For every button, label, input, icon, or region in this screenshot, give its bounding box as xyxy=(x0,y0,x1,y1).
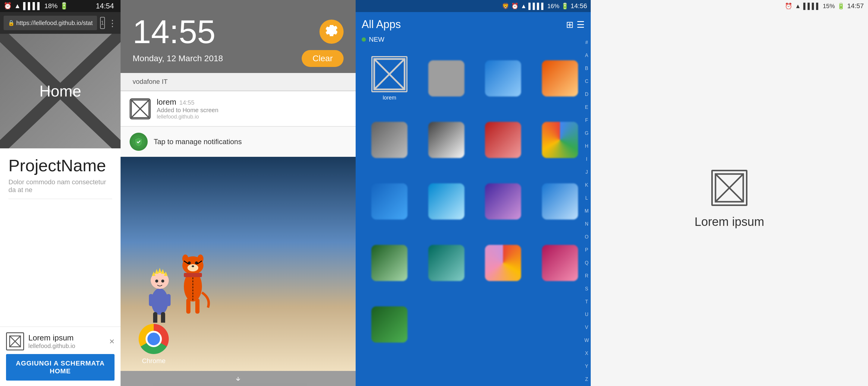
app-item-15[interactable] xyxy=(475,233,531,293)
lorem-status-bar: ⏰ ▲ ▌▌▌▌ 15% 🔋 14:57 xyxy=(591,0,868,12)
alpha-n[interactable]: N xyxy=(585,221,589,227)
app-item-7[interactable] xyxy=(475,110,531,170)
lock-icon: 🔒 xyxy=(8,20,14,26)
alpha-r[interactable]: R xyxy=(585,273,589,279)
app-icon-multi xyxy=(542,122,578,158)
svg-rect-33 xyxy=(153,312,157,323)
add-to-home-screen-button[interactable]: AGGIUNGI A SCHERMATA HOME xyxy=(6,354,115,381)
settings-button[interactable] xyxy=(319,20,344,44)
svg-marker-26 xyxy=(158,268,161,273)
app-icon-green2 xyxy=(371,306,407,343)
panel-browser: ⏰ ▲ ▌▌▌▌ 18% 🔋 14:54 🔒 https://lellefood… xyxy=(0,0,121,386)
alpha-a[interactable]: A xyxy=(585,53,588,58)
alpha-p[interactable]: P xyxy=(585,247,588,253)
alpha-w[interactable]: W xyxy=(584,338,589,343)
app-item-14[interactable] xyxy=(418,233,474,293)
battery-icon3: 🔋 xyxy=(837,2,845,10)
app-icon-pink xyxy=(542,245,578,281)
alpha-q[interactable]: Q xyxy=(585,260,588,266)
app-item-6[interactable] xyxy=(418,110,474,170)
alpha-s[interactable]: S xyxy=(585,286,588,292)
alpha-h[interactable]: H xyxy=(585,144,589,149)
app-item-9[interactable] xyxy=(362,171,417,232)
app-item-5[interactable] xyxy=(362,110,417,170)
app-item-3[interactable] xyxy=(475,48,531,109)
alpha-o[interactable]: O xyxy=(585,234,588,240)
svg-rect-34 xyxy=(161,312,165,323)
alpha-j[interactable]: J xyxy=(585,170,588,175)
browser-hero-image: Home xyxy=(0,34,121,148)
apps-title: All Apps xyxy=(362,18,401,31)
app-item-8[interactable] xyxy=(532,110,588,170)
tap-manage-notifications[interactable]: Tap to manage notifications xyxy=(121,127,355,157)
app-item-16[interactable] xyxy=(532,233,588,293)
alpha-k[interactable]: K xyxy=(585,182,588,188)
alpha-m[interactable]: M xyxy=(585,208,589,214)
app-item-2[interactable] xyxy=(418,48,474,109)
notification-subtitle: lellefood.github.io xyxy=(28,343,105,350)
app-icon-gray xyxy=(428,60,464,96)
alpha-z[interactable]: Z xyxy=(585,377,588,382)
apps-header: All Apps ⊞ ☰ xyxy=(355,12,591,34)
app-item-12[interactable] xyxy=(532,171,588,232)
app-item-lorem[interactable]: lorem xyxy=(362,48,417,109)
alpha-g[interactable]: G xyxy=(585,130,588,136)
wifi-icon2: ▲ xyxy=(521,3,527,10)
alpha-y[interactable]: Y xyxy=(585,364,588,369)
apps-status-bar: 🦁 ⏰ ▲ ▌▌▌▌ 16% 🔋 14:56 xyxy=(355,0,591,12)
app-item-10[interactable] xyxy=(418,171,474,232)
alpha-f[interactable]: F xyxy=(585,118,588,123)
new-dot xyxy=(362,37,366,41)
clear-button[interactable]: Clear xyxy=(302,50,344,67)
tab-count[interactable]: 1 xyxy=(100,17,105,29)
lorem-main-content: Lorem ipsum xyxy=(591,12,868,386)
alpha-i[interactable]: I xyxy=(586,156,587,162)
app-icon-lblue xyxy=(428,183,464,219)
svg-point-29 xyxy=(155,279,158,283)
alpha-u[interactable]: U xyxy=(585,312,589,317)
app-icon-green xyxy=(371,245,407,281)
grid-view-button[interactable]: ⊞ xyxy=(566,19,574,30)
shield-icon xyxy=(130,133,148,151)
alpha-b[interactable]: B xyxy=(585,66,588,71)
signal-icon3: ▌▌▌▌ xyxy=(803,3,820,10)
app-item-11[interactable] xyxy=(475,171,531,232)
notification-item-title: lorem xyxy=(157,97,176,107)
svg-marker-27 xyxy=(161,269,164,274)
list-view-button[interactable]: ☰ xyxy=(577,19,585,30)
alpha-e[interactable]: E xyxy=(585,105,588,110)
more-options-button[interactable]: ⋮ xyxy=(108,18,117,28)
wifi-icon3: ▲ xyxy=(795,3,801,10)
alpha-t[interactable]: T xyxy=(585,299,588,304)
app-icon-teal xyxy=(428,245,464,281)
app-item-13[interactable] xyxy=(362,233,417,293)
svg-point-16 xyxy=(192,265,194,267)
notification-row: Lorem ipsum lellefood.github.io × xyxy=(6,332,115,350)
svg-point-13 xyxy=(187,264,198,271)
alpha-hash[interactable]: # xyxy=(585,40,588,45)
app-item-17[interactable] xyxy=(362,294,417,355)
alpha-c[interactable]: C xyxy=(585,79,589,84)
alpha-l[interactable]: L xyxy=(585,196,588,201)
panel-notification-shade: 14:55 Monday, 12 March 2018 Clear vodafo… xyxy=(121,0,355,386)
notification-item[interactable]: lorem 14:55 Added to Home screen lellefo… xyxy=(121,91,355,126)
wifi-icon: ▲ xyxy=(14,2,21,10)
app-icon-blue2 xyxy=(371,183,407,219)
close-notification-button[interactable]: × xyxy=(109,336,115,347)
wallpaper-figures xyxy=(145,232,223,323)
app-item-4[interactable] xyxy=(532,48,588,109)
notification-date: Monday, 12 March 2018 xyxy=(133,54,223,63)
status-time: 14:54 xyxy=(96,2,114,10)
address-input[interactable]: 🔒 https://lellefood.github.io/stat xyxy=(4,16,97,30)
alpha-x[interactable]: X xyxy=(585,351,588,356)
notification-icon xyxy=(6,332,24,350)
chrome-icon-wrapper[interactable]: Chrome xyxy=(138,324,169,365)
lorem-app-icon xyxy=(371,56,407,92)
url-text: https://lellefood.github.io/stat xyxy=(16,20,93,27)
alpha-d[interactable]: D xyxy=(585,92,589,97)
app-icon-blue xyxy=(485,60,521,96)
apps-view-buttons: ⊞ ☰ xyxy=(566,19,585,30)
svg-rect-20 xyxy=(186,299,190,314)
alpha-v[interactable]: V xyxy=(585,325,588,330)
app-icon-purple xyxy=(485,183,521,219)
